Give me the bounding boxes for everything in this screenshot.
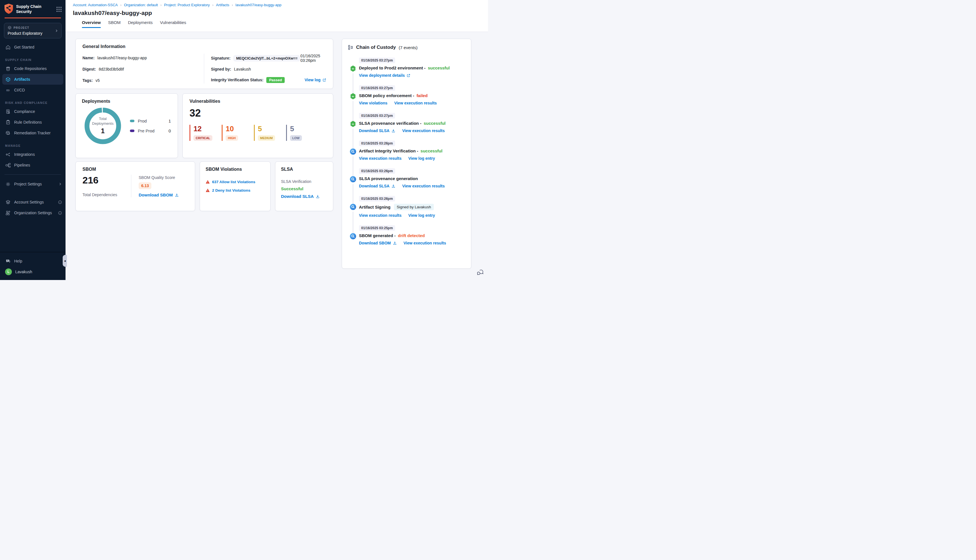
deployments-donut-chart: Total Deployments 1 (83, 106, 123, 146)
event-link-view-log-entry[interactable]: View log entry (408, 156, 435, 161)
org-icon (5, 210, 11, 216)
chain-events-list: ∞01/16/2025 03:27pmDeployed to Prod2 env… (348, 58, 465, 245)
external-icon (407, 74, 410, 77)
event-link-download-sbom[interactable]: Download SBOM (359, 241, 397, 245)
legend-label: Pre Prod (138, 128, 155, 133)
tab-sbom[interactable]: SBOM (108, 20, 120, 28)
breadcrumb-item[interactable]: Project: Product Exploratory (164, 3, 210, 7)
slsa-verification-status: Successful (281, 186, 327, 191)
breadcrumb-item[interactable]: lavakush07/easy-buggy-app (235, 3, 282, 7)
pipeline-step-icon: ∞ (350, 93, 356, 100)
sidebar-item-label: Get Started (14, 45, 35, 49)
event-link-label: Download SBOM (359, 241, 391, 245)
sidebar-item-organization-settings[interactable]: Organization Settings (0, 207, 65, 218)
download-icon (175, 193, 179, 197)
sidebar-item-artifacts[interactable]: Artifacts (2, 74, 63, 85)
sidebar-section-label: RISK AND COMPLIANCE (5, 101, 65, 105)
warning-triangle-icon (205, 188, 210, 192)
vulnerabilities-total: 32 (190, 107, 326, 119)
event-title-row: SLSA provenance verification -successful (359, 121, 465, 126)
tab-overview[interactable]: Overview (82, 20, 101, 28)
sidebar-item-rule-definitions[interactable]: Rule Definitions (0, 117, 65, 128)
tab-bar: Overview SBOM Deployments Vulnerabilitie… (82, 20, 488, 28)
breadcrumb-item[interactable]: Organization: default (124, 3, 158, 7)
chat-bubbles-icon[interactable] (476, 269, 484, 277)
severity-badge: CRITICAL (194, 135, 212, 141)
event-link-view-execution-results[interactable]: View execution results (402, 184, 445, 188)
tags-value: v5 (95, 78, 100, 83)
event-link-view-execution-results[interactable]: View execution results (359, 156, 402, 161)
info-icon[interactable] (58, 200, 62, 204)
repo-icon (5, 66, 11, 72)
event-link-view-execution-results[interactable]: View execution results (359, 213, 402, 218)
event-link-view-deployment-details[interactable]: View deployment details (359, 73, 410, 78)
donut-center-label-1: Total (99, 116, 107, 122)
event-link-label: View log entry (408, 213, 435, 218)
event-status: successful (428, 65, 450, 70)
event-timestamp-wrap: 01/16/2025 03:27pm (359, 113, 465, 118)
event-link-view-execution-results[interactable]: View execution results (402, 128, 445, 133)
legend-color-pill (130, 120, 134, 122)
chain-event: ∞01/16/2025 03:27pmSBOM policy enforceme… (348, 85, 465, 105)
pipeline-step-icon: ∞ (350, 120, 356, 127)
view-log-link[interactable]: View log (304, 78, 326, 82)
event-link-download-slsa[interactable]: Download SLSA (359, 128, 395, 133)
severity-medium: 5MEDIUM (254, 125, 286, 141)
layers-icon (5, 199, 11, 205)
project-selector[interactable]: PROJECT Product Exploratory (4, 23, 62, 38)
event-link-view-execution-results[interactable]: View execution results (404, 241, 446, 245)
sidebar-item-account-settings[interactable]: Account Settings (0, 197, 65, 207)
breadcrumb-item[interactable]: Artifacts (216, 3, 229, 7)
sidebar-item-label: Account Settings (14, 200, 44, 204)
chain-event: 01/16/2025 03:26pmArtifact Integrity Ver… (348, 140, 465, 161)
violation-link[interactable]: 637 Allow list Violations (205, 180, 265, 184)
event-link-label: Download SLSA (359, 184, 389, 188)
sidebar-item-get-started[interactable]: Get Started (0, 42, 65, 52)
download-slsa-link[interactable]: Download SLSA (281, 194, 320, 199)
sidebar-collapse-handle[interactable]: ◀ (63, 255, 67, 267)
violation-link[interactable]: 2 Deny list Violations (205, 188, 265, 192)
signature-value-chip[interactable]: MEQCICde2VjIT...bL+2+mqnOXw== (233, 55, 300, 62)
signed-by-label: Signed by: (211, 67, 231, 72)
deployments-title: Deployments (82, 99, 172, 104)
doc-search-icon (5, 109, 11, 114)
cube-edit-icon (5, 130, 11, 136)
event-link-view-log-entry[interactable]: View log entry (408, 213, 435, 218)
sidebar-item-help[interactable]: ? Help (0, 256, 65, 267)
tab-deployments[interactable]: Deployments (128, 20, 153, 28)
event-timestamp-wrap: 01/16/2025 03:27pm (359, 58, 465, 63)
module-grid-icon[interactable] (57, 7, 62, 12)
event-links: View execution resultsView log entry (359, 213, 465, 218)
sidebar-user[interactable]: L Lavakush (0, 267, 65, 277)
tab-vulnerabilities[interactable]: Vulnerabilities (160, 20, 186, 28)
sidebar-item-project-settings[interactable]: Project Settings (0, 179, 65, 189)
event-link-view-violations[interactable]: View violations (359, 101, 387, 105)
event-link-download-slsa[interactable]: Download SLSA (359, 184, 395, 188)
sidebar-item-pipelines[interactable]: Pipelines (0, 160, 65, 170)
pipeline-step-icon: ∞ (350, 65, 356, 72)
breadcrumb-item[interactable]: Account: Automation-SSCA (73, 3, 118, 7)
sidebar-item-label: CI/CD (14, 88, 25, 92)
sidebar-item-compliance[interactable]: Compliance (0, 106, 65, 117)
event-links: Download SLSAView execution results (359, 128, 465, 133)
severity-badge: MEDIUM (258, 135, 275, 141)
event-timestamp-wrap: 01/16/2025 03:26pm (359, 140, 465, 146)
sidebar-item-ci-cd[interactable]: ∞CI/CD (0, 85, 65, 95)
event-status: failed (417, 93, 427, 98)
event-title-row: Artifact Integrity Verification -success… (359, 148, 465, 153)
sidebar-item-label: Artifacts (14, 77, 30, 82)
sidebar-item-code-repositories[interactable]: Code Repositories (0, 63, 65, 74)
event-link-view-execution-results[interactable]: View execution results (394, 101, 437, 105)
right-column: Chain of Custody (7 events) ∞01/16/2025 … (342, 39, 471, 280)
severity-badge: LOW (290, 135, 302, 141)
event-link-label: View violations (359, 101, 387, 105)
event-title-row: SBOM generated -drift detected (359, 233, 465, 238)
event-title: Artifact Integrity Verification - (359, 148, 418, 153)
download-sbom-link[interactable]: Download SBOM (138, 192, 179, 197)
sidebar-item-integrations[interactable]: Integrations (0, 149, 65, 160)
breadcrumb-separator: › (212, 3, 214, 7)
page-header: Account: Automation-SSCA›Organization: d… (65, 0, 488, 32)
download-icon (316, 195, 320, 198)
sidebar-item-remediation-tracker[interactable]: Remediation Tracker (0, 128, 65, 138)
info-icon[interactable] (58, 211, 62, 215)
